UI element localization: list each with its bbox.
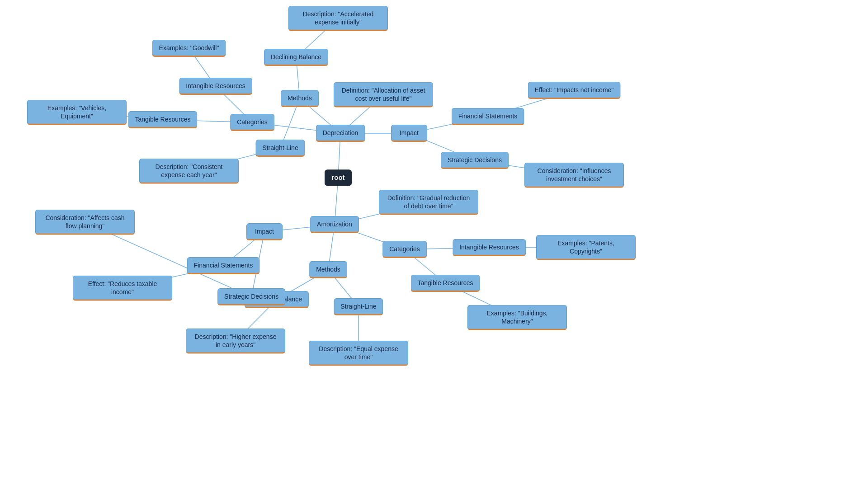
node-amor_cat_tangible[interactable]: Tangible Resources: [411, 275, 480, 292]
node-depreciation[interactable]: Depreciation: [316, 125, 365, 142]
node-amor_strategic_cons[interactable]: Consideration: "Affects cash flow planni…: [35, 210, 135, 235]
node-dep_straight[interactable]: Straight-Line: [255, 140, 305, 157]
mind-map-canvas: rootDepreciationAmortizationDefinition: …: [0, 0, 868, 488]
node-dep_methods[interactable]: Methods: [281, 90, 319, 107]
node-amor_strategic[interactable]: Strategic Decisions: [217, 288, 285, 305]
node-dep_cat_intangible[interactable]: Intangible Resources: [179, 78, 252, 95]
node-amor_straight[interactable]: Straight-Line: [334, 298, 383, 315]
node-amor_fin_stmt[interactable]: Financial Statements: [187, 257, 260, 274]
node-amor_declining_desc[interactable]: Description: "Higher expense in early ye…: [186, 328, 285, 354]
node-amor_def[interactable]: Definition: "Gradual reduction of debt o…: [379, 190, 478, 215]
node-amor_cat_intangible[interactable]: Intangible Resources: [453, 239, 526, 256]
node-amortization[interactable]: Amortization: [310, 216, 359, 233]
node-dep_declining_desc[interactable]: Description: "Accelerated expense initia…: [288, 6, 388, 31]
node-root[interactable]: root: [325, 169, 352, 186]
node-amor_impact[interactable]: Impact: [246, 223, 283, 240]
node-amor_effect_fin[interactable]: Effect: "Reduces taxable income": [73, 276, 172, 301]
node-dep_declining[interactable]: Declining Balance: [264, 49, 328, 66]
node-dep_strategic[interactable]: Strategic Decisions: [441, 152, 509, 169]
node-dep_cat_tangible_ex[interactable]: Examples: "Vehicles, Equipment": [27, 100, 127, 125]
node-dep_strategic_cons[interactable]: Consideration: "Influences investment ch…: [524, 163, 624, 188]
node-amor_methods[interactable]: Methods: [309, 261, 347, 278]
node-dep_effect_fin[interactable]: Effect: "Impacts net income": [528, 82, 621, 99]
node-amor_straight_desc[interactable]: Description: "Equal expense over time": [309, 341, 408, 366]
node-dep_impact[interactable]: Impact: [391, 125, 427, 142]
node-dep_def[interactable]: Definition: "Allocation of asset cost ov…: [334, 82, 433, 108]
node-dep_straight_desc[interactable]: Description: "Consistent expense each ye…: [139, 159, 239, 184]
node-dep_cat_tangible[interactable]: Tangible Resources: [128, 111, 198, 128]
node-amor_cat_intangible_ex[interactable]: Examples: "Patents, Copyrights": [536, 235, 636, 260]
node-amor_cat_tangible_ex[interactable]: Examples: "Buildings, Machinery": [467, 305, 567, 330]
node-dep_fin_stmt[interactable]: Financial Statements: [452, 108, 524, 125]
node-dep_cat_intangible_ex[interactable]: Examples: "Goodwill": [152, 40, 226, 57]
node-amor_categories[interactable]: Categories: [382, 241, 427, 258]
node-dep_categories[interactable]: Categories: [230, 114, 274, 131]
